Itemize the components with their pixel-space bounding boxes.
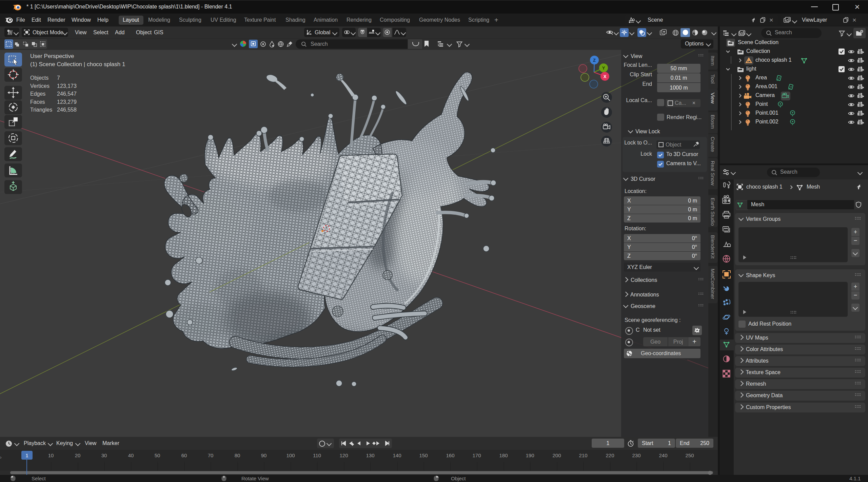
svg-text:Z: Z — [593, 58, 596, 63]
svg-text:X: X — [604, 74, 607, 79]
svg-text:Y: Y — [602, 65, 605, 71]
